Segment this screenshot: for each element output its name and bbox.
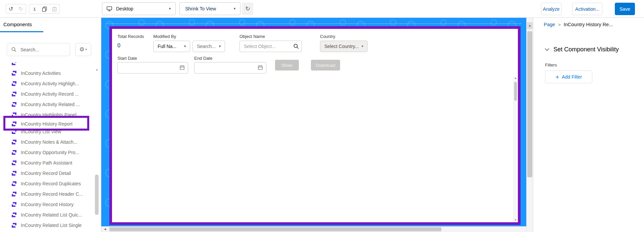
component-list-item[interactable]: InCountry Related List Quic...: [0, 210, 96, 220]
redo-button[interactable]: ↻: [16, 4, 26, 14]
end-date-input[interactable]: [194, 62, 266, 74]
canvas-scroll-up-arrow[interactable]: ▲: [527, 22, 533, 29]
component-list-item[interactable]: InCountry Record Detail: [0, 168, 96, 178]
component-list-item[interactable]: InCountry List View: [0, 127, 96, 137]
caret-down-icon: ▼: [218, 45, 221, 48]
scrollbar-thumb[interactable]: [514, 82, 517, 101]
custom-component-icon: [11, 129, 17, 134]
canvas-vertical-scrollbar-thumb[interactable]: [527, 31, 532, 177]
object-name-label: Object Name: [239, 34, 265, 39]
redo-icon: ↻: [18, 6, 23, 12]
activation-button-label: Activation...: [575, 6, 599, 12]
end-date-label: End Date: [194, 56, 212, 61]
save-button-label: Save: [620, 6, 630, 12]
canvas-horizontal-scrollbar-thumb[interactable]: [109, 227, 441, 231]
undo-icon: ↺: [9, 6, 13, 12]
component-list-item[interactable]: InCountry Opportunity Pro...: [0, 147, 96, 157]
caret-down-icon: ▼: [361, 45, 364, 48]
component-list-item[interactable]: InCountry Record Header C...: [0, 189, 96, 199]
properties-panel: Page > InCountry History Re... Set Compo…: [533, 18, 644, 232]
sidebar-scroll-up-arrow[interactable]: ▲: [95, 67, 99, 72]
custom-component-icon: [11, 62, 17, 65]
save-button[interactable]: Save: [615, 3, 635, 15]
undo-button[interactable]: ↺: [6, 4, 16, 14]
download-button-label: Download: [316, 63, 335, 68]
custom-component-icon: [11, 212, 17, 218]
add-filter-button-label: Add Filter: [562, 74, 582, 80]
component-list-item[interactable]: InCountry Path Assistant: [0, 158, 96, 168]
sidebar-scrollbar-thumb[interactable]: [95, 175, 99, 215]
component-item-label: InCountry Highlights Panel: [21, 110, 94, 120]
paste-button[interactable]: [49, 4, 60, 14]
add-filter-button[interactable]: + Add Filter: [545, 71, 592, 83]
page-canvas[interactable]: Total Records 0 Modified By Full Na... ▼…: [101, 18, 526, 226]
component-results-scrollbar: ▲ ▼: [513, 76, 518, 222]
modified-by-search-select[interactable]: Search... ▼: [193, 41, 225, 52]
show-button[interactable]: Show: [275, 60, 299, 71]
component-list-item[interactable]: InCountry Related List Single: [0, 220, 96, 230]
component-item-label: InCountry Activity Related ...: [21, 99, 94, 109]
canvas-scroll-left-arrow[interactable]: ◀: [102, 227, 108, 232]
component-list-item[interactable]: [0, 62, 96, 68]
modified-by-label: Modified By: [153, 34, 176, 39]
top-toolbar: ↺ ↻ ✂: [0, 0, 644, 18]
scissors-icon: ✂: [32, 7, 37, 11]
modified-by-field-select[interactable]: Full Na... ▼: [153, 41, 190, 52]
country-label: Country: [320, 34, 335, 39]
component-list-item[interactable]: InCountry Record History: [0, 199, 96, 210]
copy-button[interactable]: [39, 4, 50, 14]
start-date-input[interactable]: [117, 62, 188, 74]
component-list-item[interactable]: InCountry Activity Record ...: [0, 89, 96, 99]
component-list-item[interactable]: InCountry Activity Highligh...: [0, 79, 96, 89]
component-item-label: InCountry Record Duplicates: [21, 179, 94, 189]
component-item-label: InCountry Opportunity Pro...: [21, 147, 94, 157]
chevron-down-icon: [544, 47, 550, 52]
object-name-input[interactable]: [239, 41, 302, 52]
tab-components[interactable]: Components: [3, 21, 32, 27]
custom-component-icon: [11, 150, 17, 155]
device-selector-dropdown[interactable]: Desktop ▼: [102, 2, 176, 15]
desktop-monitor-icon: [106, 6, 112, 12]
component-settings-button[interactable]: ⚙ ▾: [75, 43, 91, 56]
cut-button[interactable]: ✂: [29, 4, 40, 14]
view-mode-value: Shrink To View: [185, 6, 216, 11]
component-search-input[interactable]: [7, 43, 70, 56]
download-button[interactable]: Download: [311, 60, 340, 71]
activation-button[interactable]: Activation...: [572, 3, 602, 15]
scroll-down-arrow[interactable]: ▼: [514, 219, 518, 222]
custom-component-icon: [11, 202, 17, 207]
component-item-label: InCountry Related List Single: [21, 220, 94, 230]
view-mode-dropdown[interactable]: Shrink To View ▼: [179, 2, 240, 15]
custom-component-icon: [11, 171, 17, 176]
refresh-button[interactable]: ↻: [242, 2, 253, 15]
component-list-item[interactable]: InCountry Activity Related ...: [0, 99, 96, 109]
custom-component-icon: [11, 112, 17, 118]
region-drop-zone-border: [107, 24, 521, 24]
breadcrumb-current: InCountry History Re...: [564, 22, 613, 27]
caret-down-icon: ▼: [168, 7, 171, 10]
breadcrumb-page-link[interactable]: Page: [544, 22, 555, 27]
caret-down-icon: ▼: [233, 7, 236, 10]
custom-component-icon: [11, 139, 17, 145]
component-list-item[interactable]: InCountry Highlights Panel: [0, 110, 96, 120]
show-button-label: Show: [281, 63, 292, 68]
component-item-label: InCountry Path Assistant: [21, 158, 94, 168]
component-list-item[interactable]: InCountry Record Duplicates: [0, 179, 96, 189]
component-list-item[interactable]: InCountry Notes & Attach...: [0, 137, 96, 147]
gear-icon: ⚙: [79, 47, 85, 52]
custom-component-icon: [11, 91, 17, 97]
incountry-history-report-component[interactable]: Total Records 0 Modified By Full Na... ▼…: [109, 26, 521, 225]
custom-component-icon: [11, 102, 17, 107]
custom-component-icon: [11, 121, 17, 127]
analyze-button[interactable]: Analyze: [541, 3, 561, 15]
total-records-label: Total Records: [117, 34, 144, 39]
set-component-visibility-section[interactable]: Set Component Visibility: [544, 46, 619, 53]
component-list-item[interactable]: InCountry Activities: [0, 68, 96, 78]
scroll-up-arrow[interactable]: ▲: [514, 77, 518, 80]
visibility-heading-label: Set Component Visibility: [553, 46, 619, 53]
country-select[interactable]: Select Country... ▼: [320, 41, 368, 52]
filters-label: Filters: [545, 62, 557, 67]
component-item-label: InCountry Activities: [21, 68, 94, 78]
component-item-label: InCountry Record Header C...: [21, 189, 94, 199]
breadcrumb-separator: >: [558, 22, 561, 27]
